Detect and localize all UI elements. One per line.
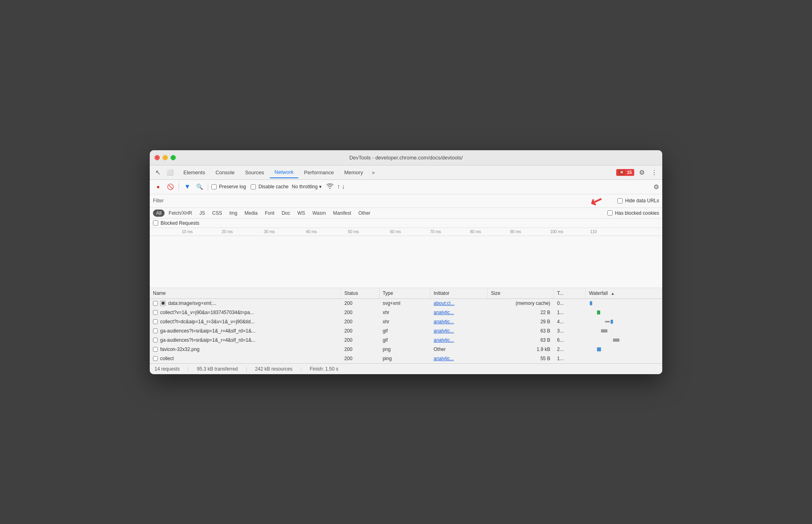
close-button[interactable]: × [155, 155, 160, 160]
row-checkbox-5[interactable] [153, 347, 158, 352]
filter-manifest[interactable]: Manifest [330, 210, 354, 217]
row-checkbox-6[interactable] [153, 356, 158, 361]
disable-cache-checkbox[interactable] [251, 184, 256, 189]
filter-input-area: Filter [153, 198, 611, 204]
tick-110: 110 [590, 230, 597, 234]
row-checkbox-0[interactable] [153, 301, 158, 306]
clear-button[interactable]: 🚫 [165, 181, 175, 192]
cell-waterfall-1 [585, 308, 662, 317]
tab-more[interactable]: » [369, 167, 378, 178]
table-row[interactable]: favicon-32x32.png 200 png Other 1.9 kB 2… [150, 345, 662, 354]
row-checkbox-1[interactable] [153, 310, 158, 315]
cell-waterfall-3 [585, 326, 662, 335]
resources-size: 242 kB resources [255, 366, 292, 372]
window-title: DevTools - developer.chrome.com/docs/dev… [349, 155, 462, 161]
search-button[interactable]: 🔍 [194, 181, 205, 192]
col-status[interactable]: Status [341, 288, 380, 299]
filter-media[interactable]: Media [241, 210, 261, 217]
cell-name-0: ⬛ data:image/svg+xml;... [150, 298, 341, 308]
devtools-settings-icon[interactable]: ⚙ [637, 167, 646, 178]
cell-initiator-5: Other [430, 345, 487, 354]
filter-img[interactable]: Img [226, 210, 241, 217]
dock-icon[interactable]: ⬜ [165, 167, 175, 177]
network-table-container[interactable]: Name Status Type Initiator Size [150, 288, 662, 363]
table-body: ⬛ data:image/svg+xml;... 200 svg+xml abo… [150, 298, 662, 363]
tab-console[interactable]: Console [211, 167, 239, 178]
table-row[interactable]: ga-audiences?t=sr&aip=1&_r=4&slf_rd=1&..… [150, 335, 662, 345]
record-button[interactable]: ● [153, 181, 163, 192]
tick-40ms: 40 ms [306, 230, 317, 234]
devtools-more-icon[interactable]: ⋮ [649, 167, 659, 178]
table-row[interactable]: collect?v=1&_v=j90&a=1837457034&t=pa... … [150, 308, 662, 317]
hide-data-urls-label[interactable]: Hide data URLs [617, 198, 659, 204]
tick-100ms: 100 ms [550, 230, 563, 234]
wf-segment-2b [611, 320, 613, 324]
waterfall-bar-4 [589, 338, 659, 343]
filter-css[interactable]: CSS [209, 210, 225, 217]
cell-status-0: 200 [341, 298, 380, 308]
tab-elements[interactable]: Elements [179, 167, 210, 178]
col-initiator[interactable]: Initiator [430, 288, 487, 299]
header-row: Name Status Type Initiator Size [150, 288, 662, 299]
download-icon[interactable]: ↓ [342, 183, 345, 190]
has-blocked-cookies-label[interactable]: Has blocked cookies [607, 210, 659, 216]
preserve-log-checkbox[interactable] [211, 184, 217, 189]
cell-name-1: collect?v=1&_v=j90&a=1837457034&t=pa... [150, 308, 341, 317]
tab-performance[interactable]: Performance [299, 167, 338, 178]
hide-data-urls-checkbox[interactable] [617, 198, 623, 204]
filter-bar: Filter ↙ Hide data URLs [150, 194, 662, 208]
tab-memory[interactable]: Memory [340, 167, 368, 178]
tab-sources[interactable]: Sources [240, 167, 269, 178]
cell-time-3: 3... [554, 326, 586, 335]
table-row[interactable]: collect?t=dc&aip=1&_r=3&v=1&_v=j90&tid..… [150, 317, 662, 326]
col-type[interactable]: Type [379, 288, 430, 299]
table-row[interactable]: collect 200 ping analytic... 55 B 1... [150, 354, 662, 363]
transferred-size: 95.3 kB transferred [197, 366, 238, 372]
disable-cache-label[interactable]: Disable cache [251, 184, 288, 189]
cell-initiator-4: analytic... [430, 335, 487, 345]
has-blocked-cookies-checkbox[interactable] [607, 210, 613, 216]
filter-all[interactable]: All [153, 210, 165, 217]
minimize-button[interactable]: − [163, 155, 168, 160]
col-name[interactable]: Name [150, 288, 341, 299]
upload-icon[interactable]: ↑ [337, 183, 340, 190]
wifi-icon[interactable] [326, 183, 334, 190]
col-size[interactable]: Size [488, 288, 554, 299]
wf-segment-4 [613, 339, 619, 342]
blocked-requests-checkbox[interactable] [153, 220, 158, 226]
filter-js[interactable]: JS [196, 210, 208, 217]
filter-font[interactable]: Font [261, 210, 277, 217]
cell-type-3: gif [379, 326, 430, 335]
tick-80ms: 80 ms [470, 230, 481, 234]
tick-90ms: 90 ms [510, 230, 521, 234]
waterfall-bar-5 [589, 347, 659, 352]
cell-initiator-2: analytic... [430, 317, 487, 326]
filter-doc[interactable]: Doc [278, 210, 293, 217]
table-row[interactable]: ⬛ data:image/svg+xml;... 200 svg+xml abo… [150, 298, 662, 308]
waterfall-bar-6 [589, 356, 659, 361]
waterfall-bar-2 [589, 319, 659, 324]
col-time[interactable]: T... [554, 288, 586, 299]
row-checkbox-2[interactable] [153, 319, 158, 324]
titlebar: × − + DevTools - developer.chrome.com/do… [150, 150, 662, 165]
cell-time-6: 1... [554, 354, 586, 363]
throttle-select[interactable]: No throttling ▾ [292, 184, 322, 189]
filter-wasm[interactable]: Wasm [309, 210, 329, 217]
table-header: Name Status Type Initiator Size [150, 288, 662, 299]
filter-fetch-xhr[interactable]: Fetch/XHR [165, 210, 195, 217]
toolbar-settings-icon[interactable]: ⚙ [653, 183, 659, 191]
row-checkbox-4[interactable] [153, 338, 158, 343]
filter-other[interactable]: Other [355, 210, 374, 217]
filter-ws[interactable]: WS [294, 210, 308, 217]
filter-button[interactable]: ▼ [182, 181, 193, 192]
row-checkbox-3[interactable] [153, 329, 158, 333]
maximize-button[interactable]: + [171, 155, 176, 160]
table-row[interactable]: ga-audiences?t=sr&aip=1&_r=4&slf_rd=1&..… [150, 326, 662, 335]
col-waterfall[interactable]: Waterfall ▲ [585, 288, 662, 299]
timeline-chart [150, 236, 662, 287]
devtools-window: × − + DevTools - developer.chrome.com/do… [150, 150, 662, 374]
cell-initiator-6: analytic... [430, 354, 487, 363]
preserve-log-label[interactable]: Preserve log [211, 184, 246, 189]
tab-network[interactable]: Network [270, 167, 299, 178]
timeline-ticks: 10 ms 20 ms 30 ms 40 ms 50 ms 60 ms 70 m… [150, 228, 662, 236]
